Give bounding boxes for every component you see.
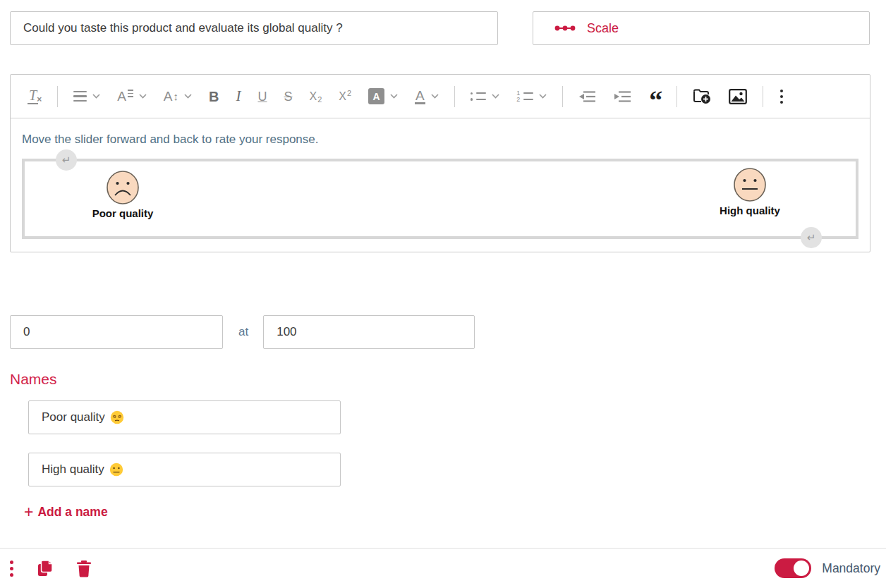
- chevron-down-icon: [390, 94, 398, 99]
- question-footer-bar: Mandatory: [0, 548, 886, 588]
- font-size-icon: A: [164, 90, 173, 103]
- scale-left-label: Poor quality: [92, 207, 154, 219]
- bulleted-list-button[interactable]: [464, 88, 506, 105]
- name-value: Poor quality: [42, 410, 105, 424]
- duplicate-question-button[interactable]: [35, 558, 56, 579]
- range-separator-label: at: [238, 325, 248, 339]
- superscript-icon: X: [339, 91, 346, 102]
- subscript-number: 2: [317, 96, 322, 104]
- sad-face-image: [106, 170, 140, 205]
- alignment-button[interactable]: [67, 87, 107, 106]
- range-min-input[interactable]: [10, 315, 223, 349]
- underline-button[interactable]: U: [251, 86, 273, 107]
- chevron-down-icon: [431, 94, 439, 99]
- name-input-high-quality[interactable]: High quality: [28, 453, 341, 486]
- return-arrow-icon: ↵: [807, 231, 816, 244]
- scale-dots-icon: [554, 24, 576, 32]
- superscript-number: 2: [347, 90, 351, 97]
- chevron-down-icon: [492, 94, 499, 99]
- font-size-button[interactable]: A ↕: [157, 85, 198, 107]
- duplicate-icon: [37, 559, 54, 577]
- editor-toolbar: T × A A ↕ B I U S: [11, 75, 870, 118]
- scale-slider-preview[interactable]: ↵ Poor quality High quality: [22, 159, 858, 239]
- neutral-face-emoji: [109, 463, 123, 477]
- numbered-list-icon: 1 2: [516, 92, 533, 101]
- add-name-label: Add a name: [37, 505, 107, 520]
- add-name-button[interactable]: + Add a name: [24, 504, 108, 520]
- return-arrow-icon: ↵: [62, 154, 71, 166]
- bold-button[interactable]: B: [202, 85, 225, 108]
- insert-image-button[interactable]: [722, 85, 753, 109]
- bulleted-list-icon: [471, 92, 487, 101]
- bold-icon: B: [209, 90, 219, 104]
- font-color-button[interactable]: A: [408, 85, 445, 109]
- name-value: High quality: [42, 463, 104, 477]
- font-style-lines: [128, 90, 133, 97]
- decrease-indent-button[interactable]: [572, 86, 603, 107]
- mandatory-toggle[interactable]: [775, 558, 811, 578]
- plus-icon: +: [24, 504, 33, 520]
- question-header-row: Scale: [0, 0, 886, 45]
- question-title-input[interactable]: [10, 11, 498, 45]
- block-quote-icon: “: [649, 93, 661, 108]
- rich-text-editor-content[interactable]: Move the slider forward and back to rate…: [11, 118, 870, 252]
- increase-indent-button[interactable]: [607, 86, 638, 107]
- chevron-down-icon: [139, 94, 147, 99]
- insert-template-button[interactable]: [686, 84, 718, 109]
- toolbar-separator: [763, 86, 763, 107]
- question-type-selector[interactable]: Scale: [533, 11, 870, 45]
- chevron-down-icon: [184, 94, 192, 99]
- neutral-face-image: [733, 167, 767, 202]
- question-options-button[interactable]: [7, 558, 16, 580]
- remove-format-x: ×: [37, 95, 42, 104]
- editor-hint-text: Move the slider forward and back to rate…: [22, 133, 858, 147]
- underline-icon: U: [257, 90, 267, 103]
- scale-right-anchor: High quality: [708, 167, 792, 216]
- align-icon: [73, 91, 87, 102]
- scale-right-label: High quality: [720, 204, 780, 216]
- folder-plus-icon: [693, 88, 712, 104]
- delete-question-button[interactable]: [75, 558, 93, 579]
- subscript-icon: X: [309, 91, 317, 102]
- kebab-menu-icon: [779, 88, 784, 105]
- trash-icon: [76, 560, 92, 577]
- toggle-knob: [794, 561, 809, 576]
- font-style-icon: A: [117, 90, 126, 103]
- toolbar-separator: [676, 86, 677, 107]
- image-icon: [729, 89, 747, 104]
- strikethrough-icon: S: [284, 90, 292, 103]
- font-color-icon: A: [415, 89, 425, 104]
- italic-button[interactable]: I: [229, 85, 247, 108]
- chevron-down-icon: [539, 94, 547, 99]
- names-heading: Names: [10, 371, 886, 388]
- name-input-poor-quality[interactable]: Poor quality: [28, 400, 341, 434]
- more-options-button[interactable]: [772, 84, 791, 109]
- range-row: at: [10, 315, 886, 349]
- superscript-button[interactable]: X 2: [332, 87, 358, 106]
- italic-icon: I: [236, 89, 241, 104]
- range-max-input[interactable]: [263, 315, 475, 349]
- toolbar-separator: [562, 86, 563, 107]
- numbered-list-button[interactable]: 1 2: [510, 87, 553, 105]
- chevron-down-icon: [92, 94, 100, 99]
- question-type-label: Scale: [587, 21, 619, 36]
- mandatory-label: Mandatory: [822, 561, 880, 576]
- highlight-color-button[interactable]: A: [362, 84, 404, 109]
- block-quote-button[interactable]: “: [643, 80, 667, 112]
- font-size-arrow: ↕: [174, 91, 179, 102]
- font-style-button[interactable]: A: [111, 85, 153, 107]
- highlight-color-icon: A: [368, 88, 384, 104]
- remove-format-button[interactable]: T ×: [21, 84, 48, 109]
- footer-actions: [7, 558, 93, 580]
- resize-handle-bottom-right[interactable]: ↵: [801, 227, 822, 248]
- toolbar-separator: [57, 86, 58, 107]
- kebab-menu-icon: [8, 559, 15, 578]
- subscript-button[interactable]: X 2: [303, 85, 328, 108]
- outdent-icon: [578, 90, 597, 103]
- resize-handle-top-left[interactable]: ↵: [56, 149, 77, 171]
- toolbar-separator: [454, 86, 455, 107]
- strikethrough-button[interactable]: S: [277, 86, 298, 107]
- rich-text-editor: T × A A ↕ B I U S: [10, 74, 870, 252]
- pensive-face-emoji: [110, 410, 124, 424]
- scale-left-anchor: Poor quality: [80, 170, 165, 219]
